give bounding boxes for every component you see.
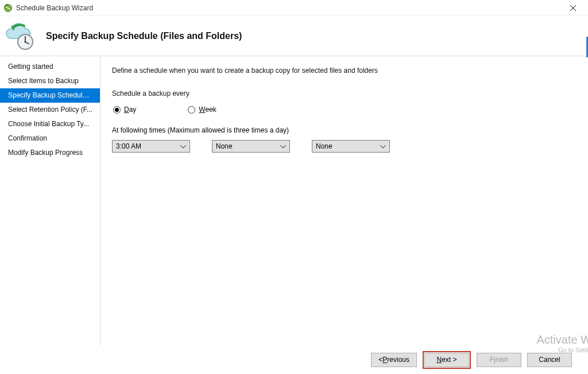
step-modify-progress[interactable]: Modify Backup Progress [0,146,100,160]
step-specify-schedule[interactable]: Specify Backup Schedule ... [0,88,100,103]
wizard-banner: Specify Backup Schedule (Files and Folde… [0,16,588,56]
radio-indicator [113,106,121,114]
window-title: Schedule Backup Wizard [16,4,562,12]
page-title: Specify Backup Schedule (Files and Folde… [46,31,242,41]
step-retention-policy[interactable]: Select Retention Policy (F... [0,103,100,117]
close-button[interactable] [562,1,585,15]
schedule-every-label: Schedule a backup every [112,89,577,98]
time-select-2[interactable]: None [212,140,290,153]
times-label: At following times (Maximum allowed is t… [112,126,577,134]
wizard-footer: < Previous Next > Finish Cancel [0,345,588,374]
previous-button[interactable]: < Previous [371,353,417,367]
wizard-window: Schedule Backup Wizard Specify Backup Sc… [0,0,588,374]
step-select-items[interactable]: Select Items to Backup [0,74,100,88]
radio-indicator [188,106,195,114]
radio-day[interactable]: Day [113,106,136,114]
time-select-1[interactable]: 3:00 AM [112,140,190,153]
time-select-2-value: None [216,142,279,150]
radio-week[interactable]: Week [188,106,216,114]
wizard-steps-sidebar: Getting started Select Items to Backup S… [0,56,100,345]
chevron-down-icon [179,142,187,150]
time-select-3-value: None [316,142,379,150]
time-select-3[interactable]: None [312,140,390,153]
wizard-content: Define a schedule when you want to creat… [100,56,588,345]
chevron-down-icon [279,142,287,150]
step-initial-backup-type[interactable]: Choose Initial Backup Ty... [0,117,100,131]
cancel-button[interactable]: Cancel [527,353,572,367]
backup-cloud-clock-icon [3,20,36,52]
next-button-highlight: Next > [423,351,471,369]
svg-point-7 [24,41,26,43]
app-icon [3,3,13,13]
step-getting-started[interactable]: Getting started [0,60,100,74]
time-select-1-value: 3:00 AM [116,142,179,150]
radio-week-label: Week [199,106,216,114]
description-text: Define a schedule when you want to creat… [112,67,577,75]
titlebar: Schedule Backup Wizard [0,0,588,16]
radio-day-label: Day [124,106,136,114]
step-confirmation[interactable]: Confirmation [0,131,100,146]
wizard-body: Getting started Select Items to Backup S… [0,56,588,345]
next-button[interactable]: Next > [424,353,469,367]
frequency-radio-group: Day Week [112,106,577,114]
times-row: 3:00 AM None None [112,140,577,153]
chevron-down-icon [379,142,387,150]
finish-button: Finish [477,353,521,367]
